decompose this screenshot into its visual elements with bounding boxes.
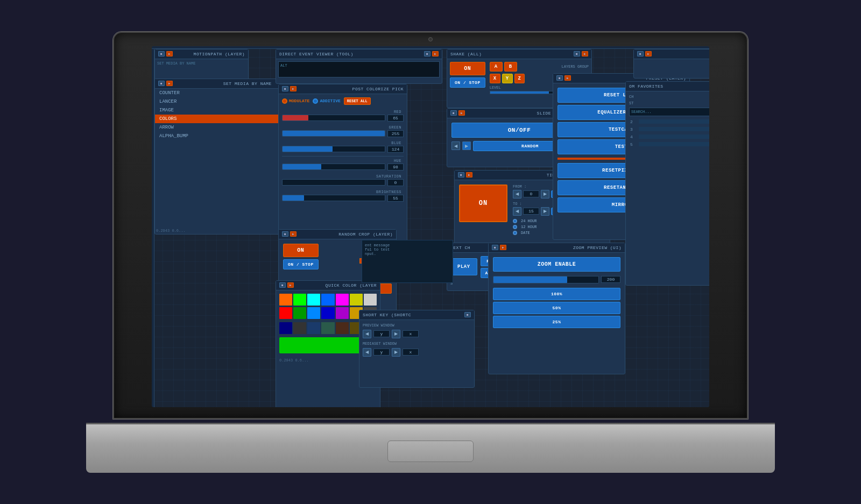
brightness-slider[interactable] [282, 195, 385, 201]
postcolorize-play-btn[interactable]: ▶ [290, 86, 297, 91]
swatch-dark-blue[interactable] [321, 307, 334, 319]
shortkey-preview-prev[interactable]: ◀ [363, 330, 371, 338]
fav-bar-2[interactable] [639, 119, 709, 124]
shake-y-btn[interactable]: Y [502, 74, 513, 83]
timedate-play-btn[interactable]: ▶ [466, 172, 472, 178]
blue-input[interactable]: 124 [387, 146, 404, 153]
favorites-title: OM FAVORITES [629, 84, 664, 89]
red-slider[interactable] [282, 115, 385, 121]
swatch-teal[interactable] [321, 322, 334, 334]
saturation-input[interactable]: 0 [387, 179, 404, 186]
timedate-to-prev[interactable]: ◀ [513, 207, 521, 216]
hue-slider[interactable] [282, 164, 385, 170]
zoompreview-50pct-btn[interactable]: 50% [493, 302, 620, 314]
preset-play-btn[interactable]: ▶ [564, 75, 571, 81]
slideshow-pause-btn[interactable]: ■ [450, 110, 457, 116]
red-input[interactable]: 65 [387, 115, 404, 122]
zoompreview-enable-btn[interactable]: ZOOM ENABLE [493, 257, 620, 272]
shake-x-btn[interactable]: X [490, 74, 500, 83]
green-slider[interactable] [282, 130, 385, 137]
swatch-brown[interactable] [336, 322, 349, 334]
shortkey-pause-btn[interactable]: ■ [464, 312, 471, 317]
postcolorize-title: POST COLORIZE PICK [352, 87, 404, 91]
swatch-orange[interactable] [279, 294, 292, 306]
timedate-from-next[interactable]: ▶ [541, 190, 549, 198]
favorites-st-label: ST [629, 101, 709, 105]
randomcrop-on-btn[interactable]: ON [283, 244, 319, 257]
swatch-yellow[interactable] [350, 294, 363, 306]
timedate-to-next[interactable]: ▶ [541, 207, 549, 216]
setmedia-play-btn[interactable]: ▶ [166, 81, 173, 86]
swatch-purple[interactable] [336, 307, 349, 319]
fav-bar-5[interactable] [639, 142, 709, 146]
zoompreview-slider[interactable] [493, 276, 599, 283]
swatch-panel-bg[interactable] [307, 322, 320, 334]
timedate-12h-radio[interactable] [513, 225, 517, 229]
swatch-cyan[interactable] [307, 294, 320, 306]
setmedia-pause-btn[interactable]: ■ [158, 81, 165, 86]
motionpath-pause-btn[interactable]: ■ [158, 51, 165, 56]
preset-pause-btn[interactable]: ■ [556, 75, 563, 81]
reset-all-btn[interactable]: RESET ALL [344, 97, 371, 105]
timedate-date-radio[interactable] [513, 231, 517, 235]
randomcrop-pause-btn[interactable]: ■ [282, 231, 288, 237]
shake-a-btn[interactable]: A [490, 62, 503, 72]
topright-pause-btn[interactable]: ■ [637, 51, 644, 56]
quickcolor-pause-btn[interactable]: ■ [279, 282, 286, 288]
shake-pause-btn[interactable]: ■ [574, 51, 580, 56]
swatch-blue[interactable] [321, 294, 334, 306]
shake-on-stop-btn[interactable]: ON / STOP [450, 77, 485, 88]
timedate-24h-radio[interactable] [513, 219, 517, 223]
postcolorize-pause-btn[interactable]: ■ [282, 86, 288, 91]
timedate-from-input[interactable]: 0 [523, 190, 539, 197]
directevent-pause-btn[interactable]: ■ [424, 51, 430, 56]
shortkey-mediaset-next[interactable]: ▶ [392, 348, 400, 357]
timedate-from-prev[interactable]: ◀ [513, 190, 521, 198]
zoompreview-100pct-btn[interactable]: 100% [493, 288, 620, 300]
textch-play-btn[interactable]: PLAY [450, 258, 477, 275]
randomcrop-on-stop-btn[interactable]: ON / STOP [283, 259, 319, 269]
swatch-green[interactable] [293, 294, 306, 306]
fav-bar-4[interactable] [639, 134, 709, 139]
slideshow-prev-btn[interactable]: ◀ [451, 141, 460, 150]
shake-z-btn[interactable]: Z [514, 74, 525, 83]
timedate-pause-btn[interactable]: ■ [458, 172, 464, 178]
fav-bar-3[interactable] [639, 127, 709, 131]
shortkey-mediaset-y-input[interactable] [373, 349, 390, 356]
shortkey-preview-x-input[interactable] [403, 330, 419, 337]
shortkey-preview-next[interactable]: ▶ [392, 330, 400, 338]
zoompreview-pause-btn[interactable]: ■ [492, 245, 498, 250]
slideshow-play-btn[interactable]: ▶ [458, 110, 465, 116]
shake-b-btn[interactable]: B [504, 62, 517, 72]
screen-content: ■ ▶ MOTIONPATH (LAYER) SET MEDIA BY NAME… [152, 46, 709, 407]
quickcolor-play-btn[interactable]: ▶ [287, 282, 294, 288]
shortkey-mediaset-x-input[interactable] [403, 349, 419, 356]
swatch-near-black[interactable] [293, 322, 306, 334]
swatch-dark-green[interactable] [293, 307, 306, 319]
shortkey-preview-y-input[interactable] [373, 330, 390, 337]
motionpath-play-btn[interactable]: ▶ [166, 51, 173, 56]
swatch-white[interactable] [364, 294, 377, 306]
saturation-slider[interactable] [282, 179, 385, 186]
green-input[interactable]: 255 [387, 130, 404, 137]
swatch-magenta[interactable] [336, 294, 349, 306]
shortkey-mediaset-prev[interactable]: ◀ [363, 348, 371, 357]
shake-play-btn[interactable]: ▶ [582, 51, 588, 56]
directevent-play-btn[interactable]: ▶ [432, 51, 439, 56]
zoompreview-25pct-btn[interactable]: 25% [493, 316, 620, 328]
swatch-red[interactable] [279, 307, 292, 319]
slideshow-next-btn[interactable]: ▶ [462, 141, 471, 150]
shake-on-btn[interactable]: ON [450, 62, 485, 75]
brightness-input[interactable]: 55 [387, 195, 404, 202]
timedate-on-btn[interactable]: ON [459, 184, 507, 222]
blue-slider[interactable] [282, 146, 385, 152]
timedate-to-input[interactable]: 15 [523, 208, 539, 215]
zoompreview-play-btn[interactable]: ▶ [500, 245, 506, 250]
topright-play-btn[interactable]: ▶ [645, 51, 652, 56]
postcolorize-controls: ■ ▶ [282, 86, 297, 91]
hue-input[interactable]: 98 [387, 164, 404, 171]
swatch-light-blue[interactable] [307, 307, 320, 319]
swatch-navy[interactable] [279, 322, 292, 334]
randomcrop-play-btn[interactable]: ▶ [290, 231, 297, 237]
zoompreview-value-input[interactable]: 200 [601, 276, 620, 283]
